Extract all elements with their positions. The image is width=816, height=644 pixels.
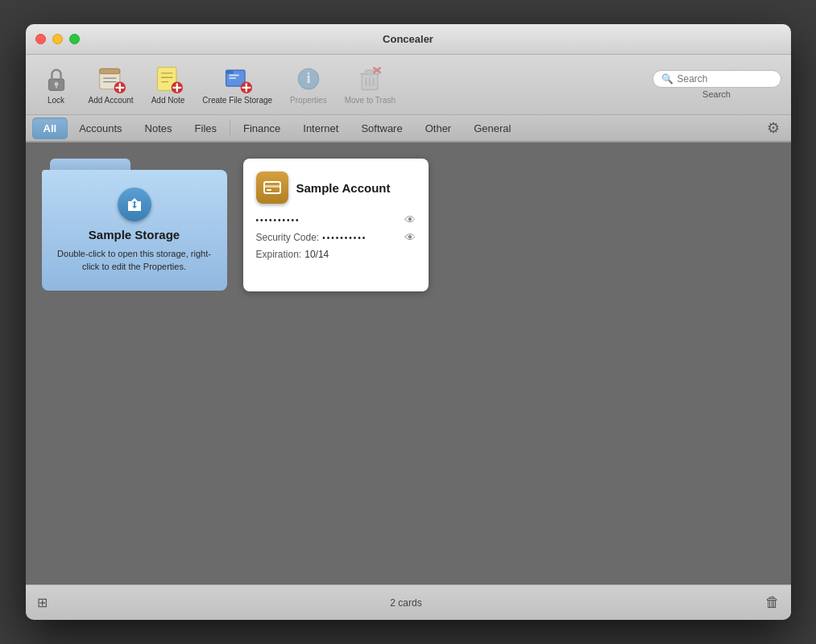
card-count: 2 cards — [48, 597, 765, 609]
tab-software[interactable]: Software — [350, 118, 413, 139]
svg-rect-18 — [226, 70, 233, 74]
tab-finance[interactable]: Finance — [232, 118, 292, 139]
move-to-trash-label: Move to Trash — [345, 96, 396, 105]
add-account-label: Add Account — [89, 96, 134, 105]
password-reveal-icon[interactable]: 👁 — [404, 213, 416, 226]
search-label: Search — [702, 89, 731, 99]
tab-notes[interactable]: Notes — [134, 118, 184, 139]
create-file-icon — [223, 64, 252, 93]
close-button[interactable] — [35, 34, 46, 44]
tab-internet[interactable]: Internet — [292, 118, 350, 139]
tab-all[interactable]: All — [32, 118, 68, 139]
tab-accounts[interactable]: Accounts — [68, 118, 133, 139]
account-expiration-field: Expiration: 10/14 — [256, 249, 416, 260]
filter-bar: All Accounts Notes Files Finance Interne… — [26, 115, 791, 142]
maximize-button[interactable] — [69, 34, 80, 44]
create-file-storage-label: Create File Storage — [202, 96, 272, 105]
settings-button[interactable]: ⚙ — [762, 117, 785, 139]
search-area: 🔍 Search — [652, 70, 781, 99]
search-input[interactable] — [677, 73, 773, 85]
minimize-button[interactable] — [52, 34, 63, 44]
app-window: Concealer Lock — [26, 24, 791, 620]
window-title: Concealer — [383, 33, 433, 45]
bottom-bar: ⊞ 2 cards 🗑 — [26, 584, 791, 620]
svg-rect-4 — [99, 68, 119, 73]
storage-name: Sample Storage — [89, 228, 180, 242]
traffic-lights — [35, 34, 80, 44]
tab-other[interactable]: Other — [414, 118, 463, 139]
account-password-dots: •••••••••• — [256, 216, 401, 225]
svg-rect-20 — [229, 77, 236, 79]
main-content: Sample Storage Double-click to open this… — [26, 142, 791, 584]
toolbar: Lock Add Account — [26, 55, 791, 115]
account-card[interactable]: Sample Account •••••••••• 👁 Security Cod… — [243, 159, 429, 291]
account-name: Sample Account — [296, 181, 391, 195]
add-note-icon — [154, 64, 183, 93]
properties-button[interactable]: i Properties — [284, 61, 333, 108]
storage-card[interactable]: Sample Storage Double-click to open this… — [42, 159, 227, 291]
svg-rect-28 — [366, 70, 375, 74]
account-icon — [256, 171, 288, 204]
search-box[interactable]: 🔍 — [652, 70, 781, 88]
create-file-storage-button[interactable]: Create File Storage — [196, 61, 279, 108]
storage-icon — [118, 188, 151, 221]
grid-view-icon[interactable]: ⊞ — [37, 595, 48, 610]
properties-label: Properties — [290, 96, 327, 105]
svg-rect-35 — [264, 185, 280, 188]
svg-text:i: i — [306, 70, 310, 86]
account-security-field: Security Code: •••••••••• 👁 — [256, 231, 416, 244]
tab-files[interactable]: Files — [184, 118, 228, 139]
title-bar: Concealer — [26, 24, 791, 55]
move-to-trash-button[interactable]: Move to Trash — [338, 61, 402, 108]
account-header: Sample Account — [256, 171, 416, 204]
add-note-label: Add Note — [151, 96, 185, 105]
lock-button[interactable]: Lock — [35, 61, 77, 108]
security-code-reveal-icon[interactable]: 👁 — [404, 231, 416, 244]
security-code-dots: •••••••••• — [322, 233, 400, 242]
add-account-icon — [97, 64, 126, 93]
security-code-label: Security Code: — [256, 232, 320, 243]
move-to-trash-icon — [355, 64, 384, 93]
search-icon: 🔍 — [661, 73, 673, 85]
add-note-button[interactable]: Add Note — [145, 61, 192, 108]
svg-rect-19 — [229, 75, 239, 76]
trash-icon[interactable]: 🗑 — [765, 594, 780, 611]
tab-general[interactable]: General — [462, 118, 522, 139]
account-password-field: •••••••••• 👁 — [256, 213, 416, 226]
svg-point-1 — [54, 82, 58, 86]
storage-description: Double-click to open this storage, right… — [54, 248, 215, 273]
lock-icon — [42, 64, 71, 93]
svg-rect-36 — [267, 189, 271, 191]
properties-icon: i — [294, 64, 323, 93]
folder-body: Sample Storage Double-click to open this… — [42, 170, 227, 291]
add-account-button[interactable]: Add Account — [82, 61, 140, 108]
expiration-value: 10/14 — [304, 249, 329, 260]
expiration-label: Expiration: — [256, 249, 302, 260]
lock-label: Lock — [48, 96, 64, 105]
filter-separator — [230, 120, 230, 136]
